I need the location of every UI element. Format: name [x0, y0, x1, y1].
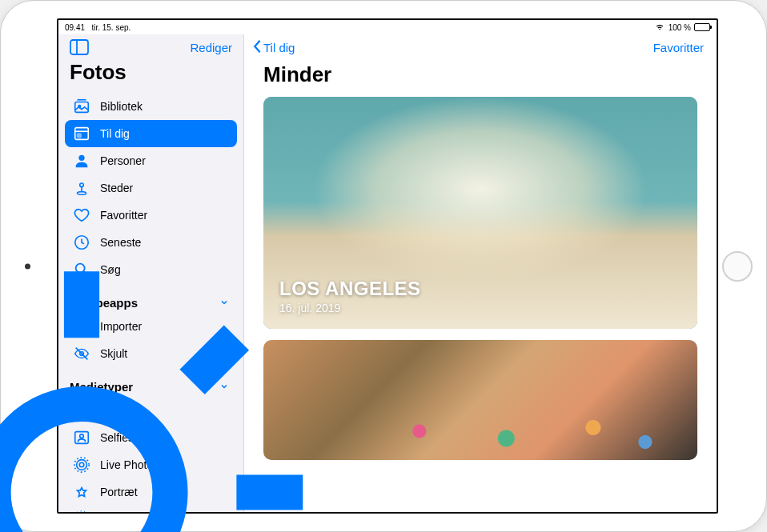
- battery-text: 100 %: [669, 23, 691, 32]
- sidebar-item-label: Steder: [100, 182, 133, 194]
- sidebar-item-label: Personer: [100, 154, 146, 167]
- memory-card[interactable]: LOS ANGELES 16. jul. 2019: [263, 97, 697, 329]
- for-you-icon: [73, 125, 90, 142]
- edit-button[interactable]: Rediger: [190, 41, 232, 54]
- chevron-left-icon: [252, 39, 262, 56]
- memories-list[interactable]: LOS ANGELES 16. jul. 2019: [244, 97, 717, 512]
- back-button[interactable]: Til dig: [252, 39, 295, 56]
- svg-rect-2: [75, 102, 89, 113]
- memory-card[interactable]: [263, 340, 697, 460]
- content-area: Rediger Fotos Bibliotek Til dig Personer: [58, 34, 717, 512]
- sidebar-item-label: Til dig: [100, 127, 130, 140]
- svg-point-8: [78, 192, 86, 195]
- memory-card-overlay: LOS ANGELES 16. jul. 2019: [279, 278, 421, 314]
- places-icon: [73, 179, 90, 197]
- sidebar-item-label: Bibliotek: [100, 100, 143, 113]
- svg-point-19: [58, 404, 171, 513]
- main-content: Til dig Favoritter Minder LOS ANGELES 16…: [244, 34, 717, 512]
- sidebar-item-library[interactable]: Bibliotek: [65, 93, 237, 120]
- battery-icon: [694, 23, 710, 31]
- sidebar-item-favorites[interactable]: Favoritter: [65, 202, 237, 229]
- status-right: 100 %: [654, 22, 710, 33]
- main-toolbar: Til dig Favoritter: [244, 34, 717, 58]
- sidebar-mediatypes-list: Videoer Selfies Live Photos Portræt: [58, 397, 243, 512]
- memory-card-subtitle: 16. jul. 2019: [279, 302, 421, 314]
- library-icon: [73, 98, 90, 115]
- page-title: Minder: [244, 58, 717, 97]
- heart-icon: [73, 206, 90, 224]
- status-date: tir. 15. sep.: [91, 23, 131, 32]
- svg-point-7: [80, 183, 84, 187]
- sidebar-title: Fotos: [58, 57, 243, 93]
- wifi-icon: [654, 22, 665, 33]
- svg-rect-0: [70, 40, 88, 54]
- favorites-button[interactable]: Favoritter: [653, 41, 704, 54]
- sidebar-item-for-you[interactable]: Til dig: [65, 120, 237, 147]
- home-button[interactable]: [722, 251, 753, 282]
- people-icon: [73, 152, 90, 170]
- status-time: 09.41: [65, 23, 85, 32]
- sidebar-item-portrait[interactable]: Portræt: [65, 478, 237, 506]
- back-label: Til dig: [263, 41, 295, 54]
- sidebar-item-label: Favoritter: [100, 209, 147, 222]
- memory-card-title: LOS ANGELES: [279, 278, 421, 300]
- sidebar-toolbar: Rediger: [58, 34, 243, 57]
- portrait-icon: [73, 483, 90, 501]
- ipad-frame: 09.41 tir. 15. sep. 100 % Rediger: [0, 0, 767, 532]
- svg-rect-5: [78, 134, 82, 138]
- sidebar-toggle-icon[interactable]: [70, 39, 89, 55]
- status-left: 09.41 tir. 15. sep.: [65, 23, 131, 32]
- sidebar-item-people[interactable]: Personer: [65, 147, 237, 174]
- sidebar-item-places[interactable]: Steder: [65, 174, 237, 202]
- sidebar: Rediger Fotos Bibliotek Til dig Personer: [58, 34, 244, 512]
- status-bar: 09.41 tir. 15. sep. 100 %: [58, 20, 717, 34]
- screen: 09.41 tir. 15. sep. 100 % Rediger: [57, 18, 718, 514]
- memory-card-image: [350, 388, 697, 460]
- svg-point-6: [78, 155, 84, 161]
